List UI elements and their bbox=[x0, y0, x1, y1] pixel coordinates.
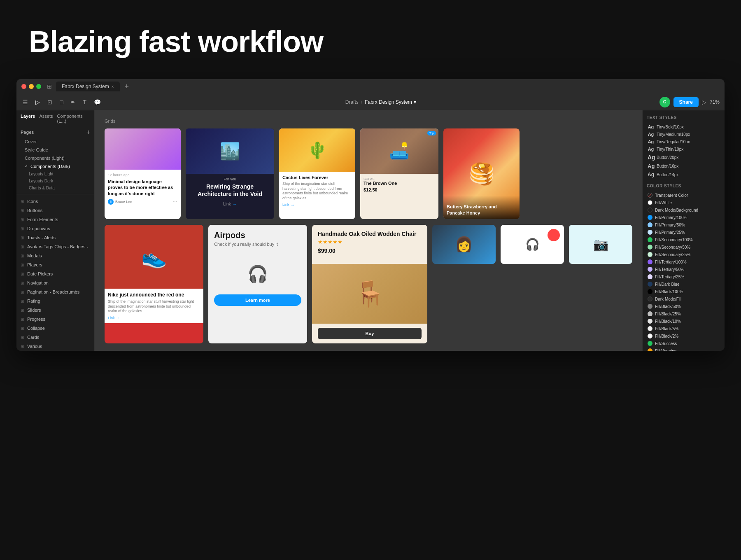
component-players[interactable]: ⊞ Players bbox=[16, 260, 94, 269]
component-dropdowns[interactable]: ⊞ Dropdowns bbox=[16, 224, 94, 233]
tab-components[interactable]: Components (L...) bbox=[57, 114, 91, 124]
color-style-black-5[interactable]: Fill/Black/5% bbox=[647, 325, 720, 332]
page-layouts-light[interactable]: Layouts Light bbox=[16, 170, 94, 177]
comment-tool[interactable]: 💬 bbox=[93, 98, 102, 107]
component-pagination[interactable]: ⊞ Pagination - Breadcrumbs bbox=[16, 287, 94, 296]
text-style-tiny-bold[interactable]: Ag Tiny/Bold/10px bbox=[647, 123, 720, 131]
component-icon-grid17: ⊞ bbox=[21, 344, 24, 349]
color-dot-secondary-50 bbox=[648, 245, 652, 250]
component-various-label: Various bbox=[27, 344, 42, 349]
tab-close-icon[interactable]: × bbox=[112, 84, 114, 89]
text-tool[interactable]: T bbox=[82, 98, 88, 107]
color-style-black-10[interactable]: Fill/Black/10% bbox=[647, 317, 720, 325]
canvas-area[interactable]: Grids 12 hours ago Minimal design langua… bbox=[95, 110, 642, 351]
article-time: 12 hours ago bbox=[108, 173, 177, 177]
color-style-tertiary-50[interactable]: Fill/Tertiary/50% bbox=[647, 266, 720, 273]
learn-more-button[interactable]: Learn more bbox=[214, 294, 301, 306]
color-style-tertiary-25[interactable]: Fill/Tertiary/25% bbox=[647, 273, 720, 280]
text-style-tiny-thin[interactable]: Ag Tiny/Thin/10px bbox=[647, 145, 720, 153]
color-style-dark-blue[interactable]: Fill/Dark Blue bbox=[647, 280, 720, 288]
color-style-success[interactable]: Fill/Success bbox=[647, 340, 720, 347]
page-components-light-label: Components (Light) bbox=[25, 156, 65, 161]
text-style-tiny-regular[interactable]: Ag Tiny/Regular/10px bbox=[647, 138, 720, 145]
food-card: 🥞 Buttery Strawberry and Pancake Honey bbox=[443, 128, 520, 219]
breadcrumb-current-page: Fabrx Design System ▾ bbox=[365, 99, 416, 105]
component-modals[interactable]: ⊞ Modals bbox=[16, 251, 94, 260]
frame-tool[interactable]: ⊡ bbox=[46, 98, 54, 107]
color-style-primary-100[interactable]: Fill/Primary/100% bbox=[647, 214, 720, 221]
text-style-tiny-medium[interactable]: Ag Tiny/Medium/10px bbox=[647, 131, 720, 138]
component-date-pickers[interactable]: ⊞ Date Pickers bbox=[16, 269, 94, 278]
zoom-level[interactable]: 71% bbox=[710, 99, 720, 105]
pen-tool[interactable]: ✒ bbox=[69, 98, 77, 107]
component-icons[interactable]: ⊞ Icons bbox=[16, 197, 94, 206]
minimize-button[interactable] bbox=[29, 84, 34, 89]
text-style-button-20[interactable]: Ag Button/20px bbox=[647, 153, 720, 162]
color-style-black-2[interactable]: Fill/Black/2% bbox=[647, 332, 720, 340]
rectangle-tool[interactable]: □ bbox=[58, 98, 64, 107]
color-name-16: Fill/Black/25% bbox=[655, 312, 681, 316]
breadcrumb-separator: / bbox=[361, 99, 362, 105]
page-cover[interactable]: Cover bbox=[16, 138, 94, 146]
component-dropdowns-label: Dropdowns bbox=[27, 226, 50, 231]
add-tab-button[interactable]: + bbox=[125, 82, 129, 91]
close-button[interactable] bbox=[21, 84, 26, 89]
component-collapse[interactable]: ⊞ Collapse bbox=[16, 324, 94, 333]
play-button[interactable]: ▷ bbox=[702, 99, 706, 105]
airpods-card: Airpods Check if you really should buy i… bbox=[208, 225, 307, 343]
component-progress[interactable]: ⊞ Progress bbox=[16, 315, 94, 324]
color-style-white[interactable]: Fill/White bbox=[647, 199, 720, 206]
component-form-elements[interactable]: ⊞ Form-Elements bbox=[16, 215, 94, 224]
tab-assets[interactable]: Assets bbox=[39, 114, 53, 124]
featured-card-link[interactable]: Link → bbox=[186, 200, 274, 210]
color-style-secondary-100[interactable]: Fill/Secondary/100% bbox=[647, 236, 720, 243]
shoe-link[interactable]: Link → bbox=[108, 315, 200, 320]
component-sliders[interactable]: ⊞ Sliders bbox=[16, 306, 94, 315]
add-page-button[interactable]: + bbox=[86, 128, 90, 136]
buy-button[interactable]: Buy bbox=[318, 328, 422, 339]
active-tab[interactable]: Fabrx Design System × bbox=[56, 82, 120, 91]
color-style-black-50[interactable]: Fill/Black/50% bbox=[647, 303, 720, 310]
share-button[interactable]: Share bbox=[673, 97, 699, 107]
cursor-tool[interactable]: ▷ bbox=[34, 98, 41, 107]
component-navigation[interactable]: ⊞ Navigation bbox=[16, 278, 94, 287]
color-style-secondary-25[interactable]: Fill/Secondary/25% bbox=[647, 251, 720, 258]
page-style-guide[interactable]: Style Guide bbox=[16, 146, 94, 154]
color-style-warning[interactable]: Fill/Warning bbox=[647, 347, 720, 351]
cactus-title: Cactus Lives Forever bbox=[282, 175, 352, 180]
breadcrumb-chevron[interactable]: ▾ bbox=[414, 99, 416, 105]
text-style-button-16[interactable]: Ag Button/16px bbox=[647, 162, 720, 170]
maximize-button[interactable] bbox=[36, 84, 41, 89]
color-style-black-100[interactable]: Fill/Black/100% bbox=[647, 288, 720, 295]
component-cards[interactable]: ⊞ Cards bbox=[16, 333, 94, 342]
chair-image: 🪑 bbox=[312, 264, 427, 324]
page-components-dark[interactable]: ✓ Components (Dark) bbox=[16, 162, 94, 170]
color-style-transparent[interactable]: Transparent Color bbox=[647, 191, 720, 199]
cards-row-1: 12 hours ago Minimal design language pro… bbox=[105, 128, 632, 219]
page-components-light[interactable]: Components (Light) bbox=[16, 154, 94, 162]
bottom-preview-card-1: 👩 bbox=[432, 225, 496, 264]
tab-layers[interactable]: Layers bbox=[21, 114, 35, 124]
more-options-icon[interactable]: ⋯ bbox=[172, 199, 177, 205]
color-style-dark-bg[interactable]: Dark Mode/Background bbox=[647, 206, 720, 214]
page-layouts-dark[interactable]: Layouts Dark bbox=[16, 177, 94, 184]
color-style-tertiary-100[interactable]: Fill/Tertiary/100% bbox=[647, 258, 720, 266]
product-card-image: 🛋️ bbox=[360, 128, 438, 174]
component-various[interactable]: ⊞ Various bbox=[16, 342, 94, 351]
component-avatars[interactable]: ⊞ Avatars Tags Chips - Badges - bbox=[16, 242, 94, 251]
article-card-body: 12 hours ago Minimal design language pro… bbox=[105, 170, 181, 208]
shoe-title: Nike just announced the red one bbox=[108, 292, 200, 298]
color-style-primary-50[interactable]: Fill/Primary/50% bbox=[647, 221, 720, 229]
color-style-secondary-50[interactable]: Fill/Secondary/50% bbox=[647, 243, 720, 251]
menu-icon[interactable]: ☰ bbox=[21, 98, 29, 107]
breadcrumb-drafts[interactable]: Drafts bbox=[345, 99, 359, 105]
component-buttons[interactable]: ⊞ Buttons bbox=[16, 206, 94, 215]
color-style-primary-25[interactable]: Fill/Primary/25% bbox=[647, 229, 720, 236]
text-style-button-14[interactable]: Ag Button/14px bbox=[647, 170, 720, 179]
color-style-dark-fill[interactable]: Dark Mode/Fill bbox=[647, 295, 720, 303]
color-style-black-25[interactable]: Fill/Black/25% bbox=[647, 310, 720, 317]
cactus-link[interactable]: Link → bbox=[282, 203, 352, 207]
page-charts-data[interactable]: Charts & Data bbox=[16, 184, 94, 191]
component-toasts[interactable]: ⊞ Toasts - Alerts bbox=[16, 233, 94, 242]
component-rating[interactable]: ⊞ Rating bbox=[16, 296, 94, 306]
